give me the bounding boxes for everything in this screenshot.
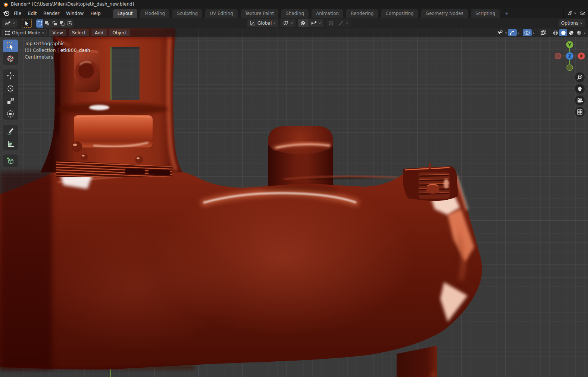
3d-cursor-icon <box>6 54 15 63</box>
chevron-down-icon[interactable]: ∨ <box>517 31 520 34</box>
tab-scripting[interactable]: Scripting <box>471 9 500 18</box>
viewport-menu-select[interactable]: Select <box>69 29 89 36</box>
svg-text:Z: Z <box>568 54 571 59</box>
solid-shading-icon <box>561 30 566 35</box>
editor-type-icon <box>5 21 11 26</box>
gizmo-axis-neg-x[interactable] <box>555 53 561 59</box>
object-mode-icon <box>5 30 10 35</box>
tab-shading[interactable]: Shading <box>281 9 309 18</box>
editor-type-dropdown[interactable]: ∨ <box>2 19 18 28</box>
transform-orientation-dropdown[interactable]: Global ∨ <box>247 19 278 27</box>
options-dropdown[interactable]: Options ∨ <box>559 19 585 27</box>
snap-magnet-icon <box>300 21 306 26</box>
orientation-axes-icon <box>250 21 256 26</box>
chevron-down-icon: ∨ <box>580 22 583 25</box>
menu-help[interactable]: Help <box>87 9 104 18</box>
xray-icon <box>541 30 546 35</box>
navigation-gizmo[interactable]: Y X Z <box>555 41 585 71</box>
select-mode-invert-button[interactable] <box>59 19 66 28</box>
model-right-vent[interactable] <box>403 163 458 201</box>
pan-button[interactable] <box>575 84 585 94</box>
tool-add-cube[interactable] <box>3 155 18 167</box>
tab-texture-paint[interactable]: Texture Paint <box>241 9 278 18</box>
viewport-overlay-text: Top Orthographic (0) Collection | etk800… <box>25 40 90 60</box>
transform-icon <box>6 110 15 118</box>
tab-compositing[interactable]: Compositing <box>381 9 418 18</box>
tab-rendering[interactable]: Rendering <box>346 9 378 18</box>
tool-cursor[interactable] <box>3 52 18 65</box>
svg-text:X: X <box>580 54 583 59</box>
tool-annotate[interactable] <box>3 125 18 137</box>
menu-file[interactable]: File <box>10 9 25 18</box>
scene-selector[interactable]: ∨ Sc <box>563 9 588 18</box>
menu-window[interactable]: Window <box>63 9 87 18</box>
select-box-icon <box>6 42 15 50</box>
camera-view-button[interactable] <box>575 96 585 105</box>
zoom-icon <box>577 74 583 80</box>
3d-viewport[interactable]: Object Mode ∨ View Select Add Object ∨ <box>0 28 588 377</box>
select-mode-group <box>36 19 74 28</box>
shading-mode-group <box>551 29 583 36</box>
model-bottom-right-panel[interactable] <box>397 346 437 377</box>
blender-menu-logo-icon[interactable] <box>2 9 10 18</box>
tab-geometry-nodes[interactable]: Geometry Nodes <box>421 9 468 18</box>
snap-toggle-button[interactable] <box>298 19 308 27</box>
viewport-menu-object[interactable]: Object <box>109 29 130 36</box>
tab-sculpting[interactable]: Sculpting <box>172 9 202 18</box>
shading-wireframe-button[interactable] <box>551 29 559 36</box>
tab-uv-editing[interactable]: UV Editing <box>205 9 238 18</box>
chevron-down-icon[interactable]: ∨ <box>505 31 508 34</box>
measure-icon <box>6 140 15 148</box>
gizmo-axis-z[interactable]: Z <box>566 52 573 60</box>
pivot-point-dropdown[interactable]: ∨ <box>281 19 295 27</box>
options-label: Options <box>561 21 578 26</box>
gizmo-axis-neg-y[interactable] <box>567 65 573 71</box>
select-mode-extend-button[interactable] <box>44 19 51 28</box>
overlays-toggle[interactable] <box>523 29 532 36</box>
menu-edit[interactable]: Edit <box>25 9 40 18</box>
tool-select-box[interactable] <box>3 40 18 52</box>
rotate-icon <box>6 84 15 93</box>
viewport-menu-view[interactable]: View <box>49 29 66 36</box>
scale-icon <box>6 97 15 105</box>
tab-animation[interactable]: Animation <box>312 9 343 18</box>
object-visibility-dropdown[interactable] <box>495 29 504 36</box>
tool-rotate[interactable] <box>3 82 18 95</box>
select-mode-new-button[interactable] <box>36 19 44 28</box>
gizmo-axis-x[interactable]: X <box>578 53 585 60</box>
zoom-button[interactable] <box>575 72 585 82</box>
select-mode-subtract-button[interactable] <box>51 19 59 28</box>
chevron-down-icon[interactable]: ∨ <box>532 31 535 34</box>
tool-scale[interactable] <box>3 95 18 108</box>
viewport-menu-add[interactable]: Add <box>91 29 107 36</box>
gizmos-toggle[interactable] <box>508 29 517 36</box>
chevron-down-icon[interactable]: ∨ <box>583 31 586 34</box>
select-extend-icon <box>45 21 50 26</box>
tab-modeling[interactable]: Modeling <box>140 9 170 18</box>
tool-transform[interactable] <box>3 108 18 120</box>
falloff-curve-icon <box>339 21 344 25</box>
tool-move[interactable] <box>3 69 18 82</box>
wireframe-icon <box>553 30 558 35</box>
proportional-edit-toggle[interactable] <box>326 19 336 27</box>
viewport-nav-buttons <box>575 72 585 117</box>
mode-dropdown[interactable]: Object Mode ∨ <box>2 29 47 36</box>
add-workspace-tab[interactable]: + <box>503 9 511 18</box>
shading-material-button[interactable] <box>567 29 575 36</box>
snap-settings-dropdown[interactable]: ∨ <box>308 19 323 27</box>
tool-measure[interactable] <box>3 137 18 150</box>
viewport-scene-3d-model[interactable] <box>0 28 588 377</box>
shading-solid-button[interactable] <box>559 29 567 36</box>
select-mode-intersect-button[interactable] <box>66 19 74 28</box>
toggle-view-button[interactable] <box>575 107 585 117</box>
gizmo-axis-y[interactable]: Y <box>566 41 573 48</box>
menu-render[interactable]: Render <box>40 9 63 18</box>
active-tool-indicator[interactable] <box>22 19 32 28</box>
chevron-down-icon: ∨ <box>12 22 15 25</box>
blender-logo-icon <box>3 1 8 7</box>
shading-rendered-button[interactable] <box>575 29 583 36</box>
xray-toggle[interactable] <box>539 29 548 36</box>
proportional-falloff-dropdown[interactable]: ∨ <box>336 19 351 27</box>
workspace-tabs: Layout Modeling Sculpting UV Editing Tex… <box>113 8 511 18</box>
tab-layout[interactable]: Layout <box>113 9 137 18</box>
